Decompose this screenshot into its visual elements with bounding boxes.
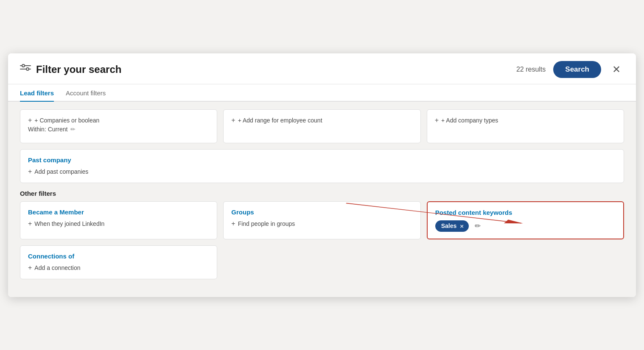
became-member-add[interactable]: + When they joined LinkedIn bbox=[28, 220, 209, 228]
within-label: Within: Current bbox=[28, 126, 67, 133]
within-current: Within: Current ✏ bbox=[28, 126, 209, 133]
filter-card-became-member: Became a Member + When they joined Linke… bbox=[20, 201, 217, 239]
became-member-title: Became a Member bbox=[28, 208, 209, 216]
pencil-icon-keywords[interactable]: ✏ bbox=[475, 222, 481, 231]
svg-point-3 bbox=[26, 68, 29, 70]
became-member-label: When they joined LinkedIn bbox=[34, 220, 104, 227]
company-types-label: + Add company types bbox=[441, 117, 498, 124]
filter-card-past-company: Past company + Add past companies bbox=[20, 149, 624, 183]
filter-icon bbox=[20, 64, 31, 75]
company-types-add[interactable]: + + Add company types bbox=[435, 117, 616, 124]
keyword-tag-sales: Sales × bbox=[435, 220, 469, 232]
plus-icon-types: + bbox=[435, 117, 439, 124]
modal-body: + + Companies or boolean Within: Current… bbox=[8, 102, 636, 297]
other-filters-label: Other filters bbox=[20, 190, 624, 197]
modal-actions: 22 results Search ✕ bbox=[516, 61, 624, 78]
plus-icon-past: + bbox=[28, 168, 32, 175]
posted-content-title: Posted content keywords bbox=[435, 209, 616, 216]
filter-card-company-types: + + Add company types bbox=[427, 109, 624, 143]
tabs-row: Lead filters Account filters bbox=[8, 84, 636, 102]
tab-lead-filters[interactable]: Lead filters bbox=[20, 84, 54, 102]
plus-icon-groups: + bbox=[231, 220, 235, 228]
connections-of-add[interactable]: + Add a connection bbox=[28, 264, 209, 272]
filter-card-connections-of: Connections of + Add a connection bbox=[20, 245, 217, 279]
groups-add[interactable]: + Find people in groups bbox=[231, 220, 412, 228]
groups-title: Groups bbox=[231, 208, 412, 216]
employee-count-label: + Add range for employee count bbox=[238, 117, 322, 124]
top-filter-grid: + + Companies or boolean Within: Current… bbox=[20, 109, 624, 143]
plus-icon: + bbox=[28, 117, 32, 124]
tab-account-filters[interactable]: Account filters bbox=[66, 84, 106, 102]
pencil-icon-companies[interactable]: ✏ bbox=[70, 126, 76, 133]
plus-icon-emp: + bbox=[231, 117, 235, 124]
modal-title: Filter your search bbox=[36, 64, 121, 75]
filter-modal: Filter your search 22 results Search ✕ L… bbox=[8, 53, 636, 297]
title-row: Filter your search bbox=[20, 64, 121, 75]
plus-icon-member: + bbox=[28, 220, 32, 228]
past-company-title: Past company bbox=[28, 156, 616, 164]
connections-of-label: Add a connection bbox=[34, 264, 80, 271]
remove-keyword-button[interactable]: × bbox=[460, 222, 464, 230]
bottom-filter-section: Became a Member + When they joined Linke… bbox=[20, 201, 624, 239]
filter-card-posted-content: Posted content keywords Sales × ✏ bbox=[427, 201, 624, 239]
past-company-add[interactable]: + Add past companies bbox=[28, 168, 616, 175]
bottom-filter-grid: Became a Member + When they joined Linke… bbox=[20, 201, 624, 239]
employee-count-add[interactable]: + + Add range for employee count bbox=[231, 117, 412, 124]
close-button[interactable]: ✕ bbox=[609, 62, 624, 77]
connections-filter-grid: Connections of + Add a connection bbox=[20, 245, 624, 279]
filter-card-companies: + + Companies or boolean Within: Current… bbox=[20, 109, 217, 143]
companies-add[interactable]: + + Companies or boolean bbox=[28, 117, 209, 124]
plus-icon-connections: + bbox=[28, 264, 32, 272]
results-count: 22 results bbox=[516, 66, 546, 73]
svg-point-1 bbox=[22, 64, 25, 67]
connections-of-title: Connections of bbox=[28, 253, 209, 260]
groups-label: Find people in groups bbox=[238, 220, 295, 227]
search-button[interactable]: Search bbox=[553, 61, 601, 78]
filter-card-employee-count: + + Add range for employee count bbox=[223, 109, 420, 143]
keyword-label: Sales bbox=[441, 222, 457, 229]
past-company-add-label: Add past companies bbox=[34, 168, 88, 175]
companies-add-label: + Companies or boolean bbox=[34, 117, 99, 124]
modal-header: Filter your search 22 results Search ✕ bbox=[8, 53, 636, 84]
keyword-edit-row: Sales × ✏ bbox=[435, 220, 616, 232]
filter-card-groups: Groups + Find people in groups bbox=[223, 201, 420, 239]
